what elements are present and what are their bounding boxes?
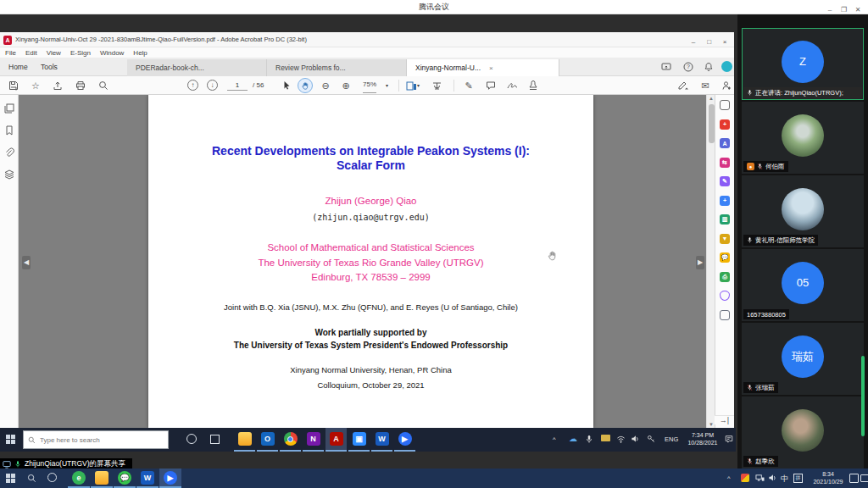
previous-page-icon[interactable]: ↑ (187, 80, 198, 91)
fill-sign-icon[interactable] (676, 79, 690, 92)
protect-shield-icon[interactable] (720, 291, 730, 301)
hand-tool-icon-active[interactable] (298, 78, 313, 93)
taskbar-search[interactable] (23, 430, 169, 449)
cortana-icon[interactable] (186, 434, 197, 444)
next-page-arrow[interactable]: ▶ (696, 256, 704, 269)
layers-icon[interactable] (3, 169, 14, 180)
zoom-level-value[interactable]: 75% (363, 77, 376, 93)
favorite-star-icon[interactable]: ☆ (29, 79, 42, 92)
user-avatar[interactable] (721, 61, 732, 72)
taskbar-file-explorer[interactable] (91, 469, 113, 488)
collapse-pane-icon[interactable]: →| (715, 415, 734, 424)
print-icon[interactable] (74, 79, 87, 92)
zoom-dropdown-caret-icon[interactable]: ▾ (386, 76, 388, 95)
scrollbar-thumb[interactable] (709, 104, 715, 143)
stamp-panel-icon[interactable]: 💬 (720, 252, 730, 263)
participant-tile[interactable]: 瑞茹 张瑞茹 (742, 323, 864, 395)
share-screen-icon[interactable] (661, 62, 671, 72)
participant-tile[interactable]: 赵季欣 (742, 396, 864, 469)
taskbar-video-app[interactable]: ▣ (348, 428, 370, 452)
taskbar-onenote[interactable]: N (303, 428, 324, 452)
comment-bubble-icon[interactable] (484, 79, 498, 92)
search-icon[interactable] (97, 79, 110, 92)
select-tool-icon[interactable] (280, 79, 293, 92)
taskbar-tencent-meeting[interactable]: ▶ (394, 428, 415, 452)
taskbar-chrome[interactable] (280, 428, 301, 452)
tab-document-1[interactable]: PDERadar-book-ch... (127, 59, 267, 76)
tab-document-2[interactable]: Review Problems fo... (267, 59, 407, 76)
tray-chevron-icon[interactable]: ^ (727, 474, 731, 482)
page-number-input[interactable] (227, 80, 248, 91)
participant-tile-speaker[interactable]: Z 正在讲话: ZhijunQiao(UTRGV); (742, 28, 864, 100)
ime-mode-icon[interactable]: 拼 (793, 474, 803, 483)
display-dropdown-caret-icon[interactable]: ▾ (417, 76, 420, 95)
search-tool-icon[interactable] (720, 100, 730, 110)
taskbar-outlook[interactable]: O (257, 428, 278, 452)
attachments-paperclip-icon[interactable] (3, 147, 14, 158)
export-pdf-icon[interactable]: ⇆ (720, 158, 730, 168)
tray-microphone-icon[interactable] (585, 435, 593, 444)
zoom-out-icon[interactable]: ⊖ (319, 79, 332, 92)
tab-home[interactable]: Home (8, 58, 28, 76)
bookmarks-icon[interactable] (3, 125, 14, 136)
menu-view[interactable]: View (47, 49, 61, 57)
document-scrollbar[interactable]: ▲ ▼ (706, 95, 715, 428)
taskbar-file-explorer[interactable] (234, 428, 255, 452)
previous-page-arrow[interactable]: ◀ (22, 256, 31, 269)
remote-clock[interactable]: 7:34 PM 10/28/2021 (683, 432, 722, 446)
local-clock[interactable]: 8:34 2021/10/29 (808, 471, 849, 485)
menu-help[interactable]: Help (133, 49, 147, 57)
participant-tile[interactable]: ● 何伯雨 (742, 102, 864, 174)
search-input[interactable] (40, 436, 150, 444)
task-view-icon[interactable] (210, 435, 220, 444)
zoom-in-icon[interactable]: ⊕ (339, 79, 353, 92)
participant-tile[interactable]: 05 16573880805 (742, 249, 864, 321)
menu-esign[interactable]: E-Sign (70, 49, 91, 57)
menu-edit[interactable]: Edit (25, 49, 37, 57)
taskbar-tencent-meeting-active[interactable]: ▶ (159, 469, 181, 488)
tray-app-icon[interactable] (741, 474, 749, 482)
ime-language-indicator[interactable]: 中 (781, 474, 788, 485)
edit-pdf-icon[interactable]: A (720, 138, 730, 148)
signature-icon[interactable] (505, 79, 519, 92)
taskbar-browser-360[interactable]: e (68, 469, 90, 488)
network-icon[interactable] (755, 474, 765, 482)
sidebar-scrollbar[interactable] (861, 356, 865, 436)
close-tab-icon[interactable]: × (489, 64, 493, 72)
tray-folder-sync-icon[interactable] (601, 435, 610, 441)
page-display-icon[interactable] (404, 79, 418, 92)
start-button-icon[interactable] (6, 474, 15, 483)
reading-mode-icon[interactable] (430, 79, 443, 92)
comment-tool-icon[interactable]: ✎ (720, 176, 730, 186)
start-button-icon[interactable] (6, 435, 15, 444)
taskbar-word[interactable]: W (136, 469, 159, 488)
taskbar-wechat[interactable]: 💬 (114, 469, 136, 488)
onedrive-cloud-icon[interactable]: ☁ (569, 434, 577, 443)
add-person-icon[interactable] (720, 79, 733, 92)
action-center-icon[interactable] (860, 474, 868, 482)
tab-tools[interactable]: Tools (41, 58, 58, 76)
more-tools-icon[interactable] (720, 310, 730, 320)
page-thumbnails-icon[interactable] (3, 103, 14, 114)
wifi-icon[interactable] (616, 435, 626, 443)
share-upload-icon[interactable] (51, 79, 64, 92)
language-indicator[interactable]: ENG (665, 435, 678, 443)
participant-tile[interactable]: 黄礼明-信阳师范学院 (742, 175, 864, 247)
taskbar-word[interactable]: W (371, 428, 392, 452)
tab-document-3-active[interactable]: Xinyang-Normal-U... × (407, 59, 559, 76)
volume-icon[interactable] (768, 474, 777, 482)
notes-icon[interactable] (849, 474, 859, 483)
print-production-icon[interactable]: ⎙ (720, 272, 730, 282)
menu-file[interactable]: File (5, 49, 16, 57)
help-icon[interactable]: ? (683, 62, 693, 72)
action-center-icon[interactable] (725, 435, 733, 443)
search-icon[interactable] (27, 474, 36, 483)
compress-pdf-icon[interactable]: ▼ (720, 234, 730, 244)
menu-window[interactable]: Window (100, 49, 124, 57)
tray-chevron-icon[interactable]: ^ (553, 435, 556, 443)
email-envelope-icon[interactable]: ✉ (698, 79, 712, 92)
document-canvas[interactable]: Recent Developments on Integrable Peakon… (19, 95, 706, 428)
stamp-tool-icon[interactable] (526, 79, 540, 92)
tray-key-icon[interactable] (647, 435, 655, 443)
save-icon[interactable] (7, 79, 20, 92)
